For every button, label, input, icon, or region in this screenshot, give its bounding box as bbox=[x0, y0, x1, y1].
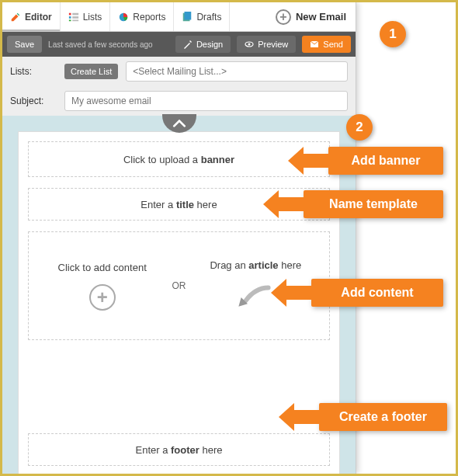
add-content-plus-icon[interactable]: + bbox=[89, 284, 116, 311]
new-email-label: New Email bbox=[296, 11, 346, 23]
drag-article-text: Drag an article here bbox=[210, 259, 301, 271]
svg-rect-2 bbox=[69, 19, 71, 21]
svg-point-10 bbox=[248, 43, 251, 46]
eye-icon bbox=[245, 40, 254, 49]
mailing-list-select[interactable] bbox=[126, 61, 348, 82]
arrow-left-icon bbox=[279, 403, 319, 431]
banner-slot[interactable]: Click to upload a banner bbox=[28, 141, 330, 177]
piechart-icon bbox=[118, 12, 129, 23]
arrow-left-icon bbox=[288, 147, 328, 175]
create-list-button[interactable]: Create List bbox=[64, 64, 118, 79]
action-bar: Save Last saved a few seconds ago Design… bbox=[2, 32, 356, 57]
footer-slot-text: Enter a footer here bbox=[135, 444, 222, 456]
svg-rect-1 bbox=[69, 16, 71, 19]
title-slot-text: Enter a title here bbox=[141, 199, 217, 210]
annotation-badge-1: 1 bbox=[380, 21, 406, 47]
collapse-toggle[interactable] bbox=[162, 114, 196, 133]
envelope-icon bbox=[310, 40, 319, 49]
arrow-left-icon bbox=[263, 190, 304, 218]
tab-lists[interactable]: Lists bbox=[61, 2, 111, 31]
wand-icon bbox=[183, 40, 193, 49]
tab-drafts[interactable]: Drafts bbox=[174, 2, 230, 31]
callout-name-template: Name template bbox=[304, 190, 443, 218]
lists-row: Lists: Create List bbox=[2, 57, 356, 86]
subject-row: Subject: bbox=[2, 86, 356, 116]
svg-rect-0 bbox=[69, 12, 71, 15]
or-divider: OR bbox=[172, 280, 186, 291]
top-tabs: Editor Lists Reports Drafts bbox=[2, 2, 356, 32]
subject-label: Subject: bbox=[10, 96, 57, 106]
lists-label: Lists: bbox=[10, 66, 57, 77]
callout-create-footer: Create a footer bbox=[319, 403, 447, 431]
arrow-left-icon bbox=[271, 279, 311, 307]
tab-label: Lists bbox=[83, 12, 102, 23]
tab-label: Editor bbox=[25, 12, 52, 23]
last-saved-status: Last saved a few seconds ago bbox=[48, 40, 169, 49]
tab-reports[interactable]: Reports bbox=[110, 2, 174, 31]
design-button[interactable]: Design bbox=[175, 36, 231, 53]
banner-slot-text: Click to upload a banner bbox=[123, 154, 234, 165]
drafts-icon bbox=[182, 12, 193, 23]
new-email-button[interactable]: + New Email bbox=[266, 2, 356, 31]
plus-circle-icon: + bbox=[276, 9, 291, 25]
subject-input[interactable] bbox=[64, 91, 348, 111]
footer-slot[interactable]: Enter a footer here bbox=[28, 433, 330, 466]
add-content-column: Click to add content + bbox=[37, 262, 167, 311]
pencil-icon bbox=[10, 12, 21, 23]
swoosh-arrow-icon bbox=[236, 282, 275, 313]
tab-label: Drafts bbox=[196, 12, 221, 23]
list-icon bbox=[68, 12, 79, 23]
svg-rect-4 bbox=[72, 16, 78, 19]
annotated-screenshot: Editor Lists Reports Drafts bbox=[0, 0, 458, 476]
callout-add-banner: Add banner bbox=[328, 147, 443, 175]
send-button[interactable]: Send bbox=[302, 36, 351, 53]
preview-button[interactable]: Preview bbox=[237, 36, 296, 53]
tab-editor[interactable]: Editor bbox=[2, 2, 61, 31]
tab-label: Reports bbox=[133, 12, 165, 23]
chevron-up-icon bbox=[172, 119, 186, 128]
add-content-text: Click to add content bbox=[58, 262, 147, 273]
svg-rect-3 bbox=[72, 12, 78, 15]
svg-rect-8 bbox=[185, 12, 192, 20]
save-button[interactable]: Save bbox=[7, 36, 42, 53]
callout-add-content: Add content bbox=[311, 279, 443, 307]
svg-rect-5 bbox=[72, 19, 78, 21]
annotation-badge-2: 2 bbox=[346, 114, 373, 141]
